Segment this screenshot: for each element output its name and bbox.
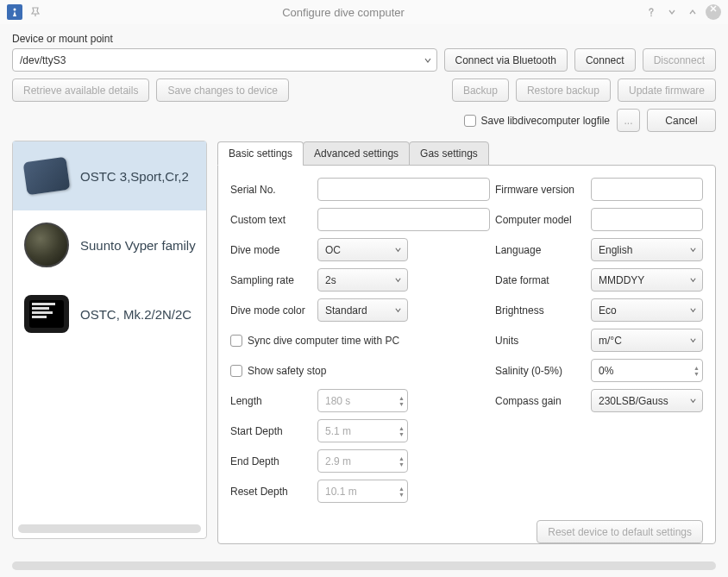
reset-depth-spinner[interactable]: 10.1 m▲▼ [317, 480, 408, 503]
titlebar: Configure dive computer [0, 0, 728, 24]
units-select[interactable]: m/°C [591, 329, 703, 352]
reset-depth-label: Reset Depth [230, 486, 312, 498]
device-mount-combo[interactable]: /dev/ttyS3 [12, 48, 437, 72]
sync-time-label: Sync dive computer time with PC [248, 335, 399, 347]
logfile-browse-button[interactable]: ... [617, 109, 640, 132]
save-to-device-button[interactable]: Save changes to device [156, 78, 288, 102]
checkbox-box [230, 365, 242, 377]
chevron-down-icon[interactable] [664, 4, 680, 20]
svg-point-0 [14, 9, 16, 11]
checkbox-box [464, 115, 476, 127]
sampling-rate-select[interactable]: 2s [317, 268, 408, 292]
chevron-down-icon [689, 336, 697, 344]
checkbox-box [230, 335, 242, 347]
brightness-label: Brightness [495, 304, 586, 317]
sync-time-checkbox[interactable]: Sync dive computer time with PC [230, 335, 490, 347]
sampling-rate-label: Sampling rate [230, 274, 312, 286]
salinity-spinner[interactable]: 0%▲▼ [591, 359, 703, 382]
end-depth-label: End Depth [230, 455, 312, 467]
language-label: Language [495, 244, 586, 256]
device-item-suunto[interactable]: Suunto Vyper family [13, 210, 206, 279]
dive-mode-color-select[interactable]: Standard [317, 298, 408, 322]
device-thumb [22, 224, 72, 266]
spinner-arrows: ▲▼ [693, 365, 700, 377]
compass-gain-label: Compass gain [495, 395, 586, 407]
device-item-ostc-mk2[interactable]: OSTC, Mk.2/2N/2C [13, 279, 206, 348]
reset-defaults-button[interactable]: Reset device to default settings [537, 520, 703, 543]
date-format-select[interactable]: MMDDYY [591, 268, 703, 292]
spinner-arrows: ▲▼ [399, 395, 405, 407]
retrieve-details-button[interactable]: Retrieve available details [12, 78, 149, 102]
safety-stop-label: Show safety stop [248, 365, 326, 377]
tab-advanced[interactable]: Advanced settings [303, 141, 410, 166]
help-icon[interactable] [643, 4, 659, 20]
length-label: Length [230, 395, 312, 407]
end-depth-spinner[interactable]: 2.9 m▲▼ [317, 449, 408, 473]
dive-mode-label: Dive mode [230, 244, 312, 256]
device-name: OSTC, Mk.2/2N/2C [80, 307, 191, 322]
chevron-down-icon [394, 306, 402, 314]
pin-icon[interactable] [28, 4, 43, 20]
window-title: Configure dive computer [43, 6, 643, 19]
spinner-arrows: ▲▼ [399, 486, 405, 498]
safety-stop-checkbox[interactable]: Show safety stop [230, 365, 490, 377]
serial-no-input[interactable] [317, 178, 490, 201]
restore-backup-button[interactable]: Restore backup [516, 78, 611, 102]
salinity-label: Salinity (0-5%) [495, 365, 586, 377]
tab-basic[interactable]: Basic settings [217, 141, 304, 166]
firmware-input[interactable] [591, 178, 703, 201]
device-item-ostc3[interactable]: OSTC 3,Sport,Cr,2 [13, 141, 206, 210]
start-depth-label: Start Depth [230, 425, 312, 437]
app-icon [7, 4, 22, 20]
update-firmware-button[interactable]: Update firmware [618, 78, 716, 102]
chevron-down-icon [394, 276, 402, 284]
chevron-up-icon[interactable] [685, 4, 700, 20]
connect-bluetooth-button[interactable]: Connect via Bluetooth [444, 48, 568, 72]
chevron-down-icon [394, 246, 402, 254]
units-label: Units [495, 335, 586, 347]
content-scrollbar[interactable] [12, 561, 716, 570]
device-name: Suunto Vyper family [80, 238, 196, 253]
device-mount-value: /dev/ttyS3 [12, 48, 437, 72]
device-list-scrollbar[interactable] [18, 524, 201, 533]
settings-panel: Basic settings Advanced settings Gas set… [217, 141, 716, 544]
length-spinner[interactable]: 180 s▲▼ [317, 389, 408, 412]
device-mount-label: Device or mount point [12, 33, 716, 45]
save-logfile-label: Save libdivecomputer logfile [481, 115, 610, 127]
connect-button[interactable]: Connect [574, 48, 636, 72]
brightness-select[interactable]: Eco [591, 298, 703, 322]
device-name: OSTC 3,Sport,Cr,2 [80, 169, 189, 184]
dive-mode-select[interactable]: OC [317, 238, 408, 261]
serial-no-label: Serial No. [230, 184, 312, 196]
chevron-down-icon [689, 276, 697, 284]
chevron-down-icon [689, 397, 697, 405]
disconnect-button[interactable]: Disconnect [643, 48, 716, 72]
custom-text-label: Custom text [230, 214, 312, 226]
date-format-label: Date format [495, 274, 586, 286]
spinner-arrows: ▲▼ [399, 425, 405, 437]
device-list: OSTC 3,Sport,Cr,2 Suunto Vyper family OS… [12, 141, 207, 539]
dive-mode-color-label: Dive mode color [230, 304, 312, 317]
spinner-arrows: ▲▼ [399, 455, 405, 467]
chevron-down-icon [689, 246, 697, 254]
cancel-button[interactable]: Cancel [647, 109, 716, 132]
custom-text-input[interactable] [317, 208, 490, 231]
language-select[interactable]: English [591, 238, 703, 261]
start-depth-spinner[interactable]: 5.1 m▲▼ [317, 419, 408, 442]
save-logfile-checkbox[interactable]: Save libdivecomputer logfile [464, 115, 610, 127]
device-thumb [22, 293, 72, 335]
backup-button[interactable]: Backup [452, 78, 509, 102]
close-icon[interactable] [706, 4, 721, 20]
tab-gas[interactable]: Gas settings [409, 141, 489, 166]
computer-model-input[interactable] [591, 208, 703, 231]
device-thumb [22, 155, 72, 197]
computer-model-label: Computer model [495, 214, 586, 226]
chevron-down-icon [689, 306, 697, 314]
tabs: Basic settings Advanced settings Gas set… [217, 141, 716, 165]
compass-gain-select[interactable]: 230LSB/Gauss [591, 389, 703, 412]
firmware-label: Firmware version [495, 184, 586, 196]
tab-content: Serial No. Firmware version Custom text … [217, 165, 716, 544]
